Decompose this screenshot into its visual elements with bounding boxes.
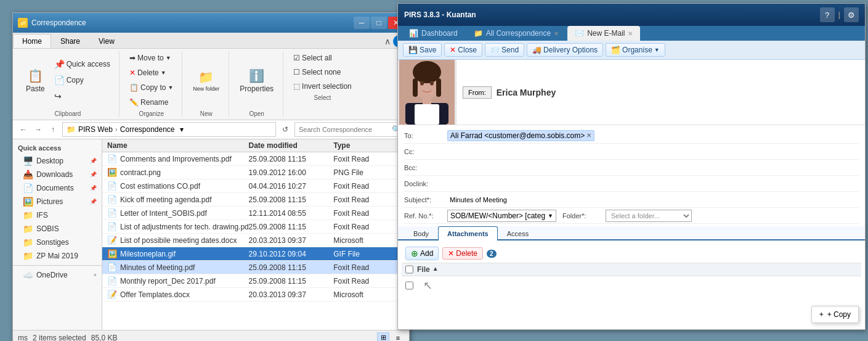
file-row[interactable]: 📝 Offer Templates.docx 20.03.2013 09:37 … — [102, 288, 409, 302]
file-row[interactable]: 🖼️ Milestoneplan.gif 29.10.2012 09:04 GI… — [102, 247, 409, 261]
pirs-content: From: Erica Murphey To: Ali Farrad <cust… — [398, 60, 865, 329]
cc-row: Cc: — [404, 144, 859, 160]
cc-label: Cc: — [404, 148, 447, 155]
file-icon: 📄 — [107, 154, 117, 163]
copy-to-button[interactable]: 📋 Copy to ▼ — [126, 81, 177, 94]
folder-select[interactable]: Select a folder... — [606, 210, 692, 222]
select-all-button[interactable]: ☑ Select all — [290, 51, 355, 65]
file-name: Minutes of Meeting.pdf — [120, 263, 195, 272]
quick-access-button[interactable]: 📌 Quick access — [51, 57, 114, 72]
breadcrumb-item-pirsWeb[interactable]: PIRS Web — [78, 125, 113, 134]
pirs-settings-button[interactable]: ⚙ — [844, 7, 859, 22]
bcc-label: Bcc: — [404, 164, 447, 171]
organise-icon: 🗂️ — [611, 46, 620, 54]
delete-attachment-button[interactable]: ✕ Delete — [442, 247, 483, 260]
file-date: 25.09.2008 11:15 — [249, 263, 334, 272]
pirs-tab-newemail[interactable]: ✉️ New E-Mail ✕ — [567, 26, 640, 41]
to-remove-button[interactable]: ✕ — [586, 132, 591, 139]
back-button[interactable]: ← — [17, 123, 30, 136]
att-row-checkbox[interactable] — [405, 279, 413, 292]
select-all-checkbox[interactable] — [405, 265, 413, 274]
copy-popup[interactable]: + + Copy — [811, 306, 859, 323]
shortcut-button[interactable]: ↪ — [51, 89, 114, 104]
ribbon-collapse-btn[interactable]: ∧ — [384, 36, 391, 46]
ref-dropdown[interactable]: SOB/MEW/<Number> [categ ▼ — [447, 210, 556, 222]
pirs-help-button[interactable]: ? — [820, 7, 835, 22]
file-row[interactable]: 📄 Cost estimations CO.pdf 04.04.2016 10:… — [102, 179, 409, 193]
file-row[interactable]: 📄 List of adjustments for tech. drawing.… — [102, 220, 409, 234]
sidebar-item-pictures[interactable]: 🖼️ Pictures 📌 — [13, 195, 102, 208]
pirs-tab-allcorrespondence[interactable]: 📁 All Correspondence ✕ — [466, 26, 566, 41]
send-button[interactable]: 📨 Send — [485, 43, 524, 57]
invert-selection-button[interactable]: ⬚ Invert selection — [290, 80, 355, 93]
delete-button[interactable]: ✕ Delete ▼ — [126, 66, 170, 80]
sidebar-item-sonstiges[interactable]: 📁 Sonstiges — [13, 236, 102, 249]
sidebar-item-downloads[interactable]: 📥 Downloads 📌 — [13, 168, 102, 181]
delivery-options-button[interactable]: 🚚 Delivery Options — [527, 43, 603, 57]
subject-input[interactable] — [447, 195, 859, 205]
close-button[interactable]: ✕ Close — [444, 43, 482, 57]
sidebar-item-documents[interactable]: 📄 Documents 📌 — [13, 181, 102, 195]
tab-view[interactable]: View — [89, 34, 124, 48]
sidebar-item-desktop[interactable]: 🖥️ Desktop 📌 — [13, 154, 102, 168]
file-row[interactable]: 📄 Minutes of Meeting.pdf 25.09.2008 11:1… — [102, 261, 409, 274]
file-area: Quick access 🖥️ Desktop 📌 📥 Downloads 📌 … — [13, 139, 409, 330]
save-button[interactable]: 💾 Save — [403, 43, 442, 57]
up-button[interactable]: ↑ — [46, 123, 60, 136]
delete-att-icon: ✕ — [448, 249, 454, 258]
file-row[interactable]: 📄 Kick off meeting agenda.pdf 25.09.2008… — [102, 193, 409, 207]
copy-button[interactable]: 📄 Copy — [51, 73, 114, 88]
list-view-button[interactable]: ≡ — [392, 332, 404, 342]
cc-input[interactable] — [447, 147, 859, 157]
pirs-tab-dashboard[interactable]: 📊 Dashboard — [402, 26, 465, 41]
file-name: List of possibile meeting dates.docx — [120, 236, 237, 245]
bcc-input[interactable] — [447, 163, 859, 173]
copyto-icon: 📋 — [129, 83, 139, 92]
all-correspondence-close-icon[interactable]: ✕ — [554, 30, 559, 37]
folder-label: Folder*: — [562, 212, 606, 220]
new-folder-button[interactable]: 📁 New folder — [189, 66, 224, 94]
breadcrumb-item-correspondence[interactable]: Correspondence — [120, 125, 175, 134]
clipboard-group: 📋 Paste 📌 Quick access 📄 Copy — [17, 51, 120, 117]
sonstiges-folder-icon: 📁 — [23, 237, 33, 247]
file-row[interactable]: 🖼️ contract.png 19.09.2012 16:00 PNG Fil… — [102, 166, 409, 179]
att-table-header: File ▲ — [402, 263, 861, 276]
forward-button[interactable]: → — [31, 123, 45, 136]
move-to-button[interactable]: ➡ Move to ▼ — [126, 51, 175, 65]
delete-icon: ✕ — [129, 68, 136, 77]
breadcrumb[interactable]: 📁 PIRS Web › Correspondence ▾ — [62, 122, 276, 137]
properties-button[interactable]: ℹ️ Properties — [235, 65, 278, 96]
search-input[interactable] — [299, 126, 392, 133]
add-attachment-button[interactable]: ⊕ Add — [405, 247, 439, 260]
tab-home[interactable]: Home — [13, 34, 51, 48]
sidebar-item-ifs[interactable]: 📁 IFS — [13, 208, 102, 222]
tab-share[interactable]: Share — [51, 34, 89, 48]
from-button[interactable]: From: — [463, 86, 492, 99]
to-input[interactable] — [594, 131, 859, 141]
sidebar-item-onedrive[interactable]: ☁️ OneDrive ▾ — [13, 268, 102, 282]
avatar-area — [398, 60, 456, 125]
svg-point-9 — [430, 81, 434, 86]
sidebar-item-sobis[interactable]: 📁 SOBIS — [13, 222, 102, 236]
subtab-body[interactable]: Body — [404, 226, 438, 240]
doclink-input[interactable] — [447, 179, 859, 189]
maximize-button[interactable]: □ — [371, 17, 387, 29]
attachment-badge: 2 — [487, 250, 497, 258]
subtab-access[interactable]: Access — [498, 226, 538, 240]
rename-button[interactable]: ✏️ Rename — [126, 96, 172, 109]
refresh-button[interactable]: ↺ — [278, 123, 292, 136]
file-row[interactable]: 📄 Comments and Improvements.pdf 25.09.20… — [102, 152, 409, 166]
paste-button[interactable]: 📋 Paste — [22, 65, 49, 96]
grid-view-button[interactable]: ⊞ — [377, 332, 389, 342]
select-none-button[interactable]: ☐ Select none — [290, 65, 355, 79]
rename-icon: ✏️ — [129, 98, 139, 107]
minimize-button[interactable]: ─ — [354, 17, 370, 29]
file-row[interactable]: 📄 Monthly report_Dec 2017.pdf 25.09.2008… — [102, 274, 409, 288]
file-row[interactable]: 📝 List of possibile meeting dates.docx 2… — [102, 234, 409, 247]
search-box[interactable]: 🔍 — [294, 122, 405, 137]
organise-button[interactable]: 🗂️ Organise ▼ — [606, 43, 665, 57]
sidebar-item-zp[interactable]: 📁 ZP Mai 2019 — [13, 249, 102, 263]
new-email-close-icon[interactable]: ✕ — [628, 30, 633, 37]
file-row[interactable]: 📄 Letter of Intent_SOBIS.pdf 12.11.2014 … — [102, 207, 409, 220]
subtab-attachments[interactable]: Attachments — [438, 226, 498, 240]
